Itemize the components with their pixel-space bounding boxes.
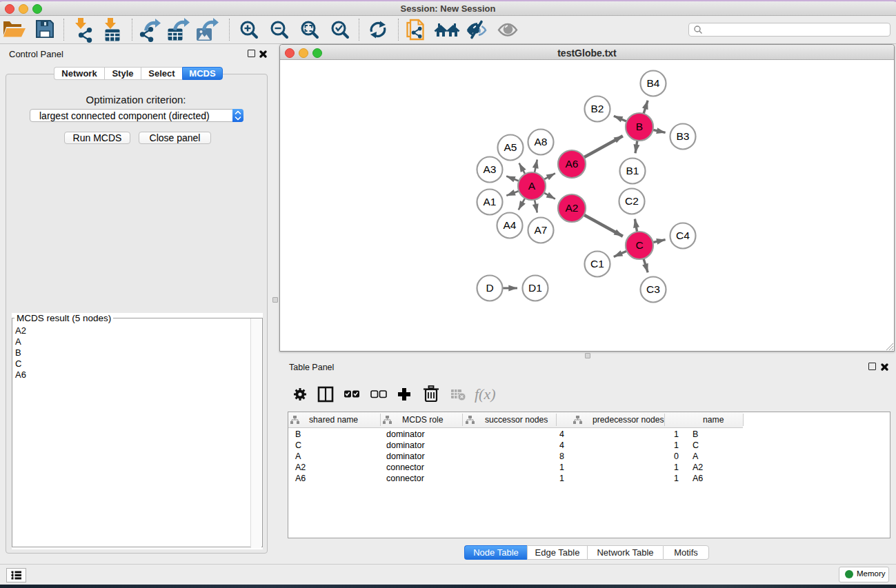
svg-text:A4: A4 — [504, 219, 517, 231]
svg-text:D1: D1 — [528, 282, 542, 294]
svg-text:A: A — [528, 180, 536, 192]
svg-text:A6: A6 — [566, 158, 579, 170]
svg-text:B: B — [636, 121, 643, 132]
svg-text:A8: A8 — [535, 136, 548, 148]
svg-text:C3: C3 — [646, 283, 660, 295]
svg-text:B1: B1 — [626, 165, 639, 176]
svg-text:C2: C2 — [625, 195, 639, 207]
svg-text:f(x): f(x) — [475, 385, 496, 403]
svg-text:A7: A7 — [535, 224, 548, 236]
svg-text:B3: B3 — [677, 130, 690, 142]
svg-text:A1: A1 — [484, 196, 497, 207]
svg-text:B4: B4 — [647, 77, 660, 89]
svg-text:D: D — [486, 282, 493, 294]
svg-text:A5: A5 — [504, 141, 517, 153]
svg-text:A2: A2 — [566, 202, 579, 214]
svg-text:C1: C1 — [590, 258, 604, 270]
svg-text:C4: C4 — [676, 230, 690, 241]
svg-text:A3: A3 — [484, 163, 497, 175]
svg-text:B2: B2 — [591, 103, 604, 114]
svg-text:C: C — [635, 239, 643, 251]
